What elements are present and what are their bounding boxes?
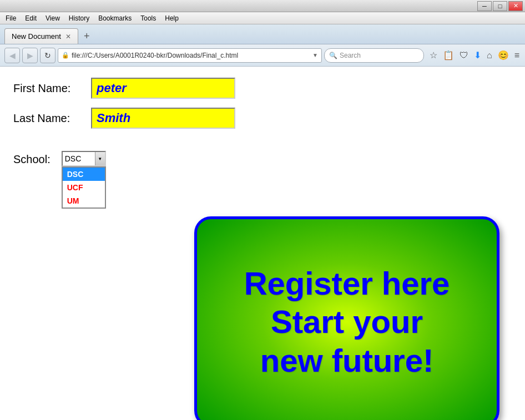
- menu-tools[interactable]: Tools: [137, 13, 159, 23]
- title-bar: ─ □ ✕: [0, 0, 525, 12]
- menu-bookmarks[interactable]: Bookmarks: [95, 13, 135, 23]
- last-name-label: Last Name:: [13, 112, 91, 125]
- first-name-input[interactable]: [91, 78, 235, 99]
- school-option-ucf[interactable]: UCF: [63, 181, 105, 194]
- menu-edit[interactable]: Edit: [22, 13, 40, 23]
- url-bar[interactable]: 🔒 file:///C:/Users/A0001R0240-bkr/Downlo…: [58, 48, 322, 63]
- school-select-wrapper: DSC ▼ DSC UCF UM: [62, 151, 106, 166]
- register-button[interactable]: Register here Start your new future!: [194, 216, 499, 420]
- back-button[interactable]: ◀: [4, 48, 20, 63]
- tab-label: New Document: [12, 32, 61, 41]
- url-text: file:///C:/Users/A0001R0240-bkr/Download…: [72, 52, 310, 59]
- new-tab-button[interactable]: +: [80, 28, 93, 44]
- first-name-field: First Name:: [13, 78, 512, 99]
- tab-new-document[interactable]: New Document ✕: [4, 28, 78, 44]
- forward-button[interactable]: ▶: [22, 48, 38, 63]
- toolbar-icons: ☆ 📋 🛡 ⬇ ⌂ 😊 ≡: [428, 49, 521, 62]
- tab-bar: New Document ✕ +: [0, 24, 525, 44]
- address-bar: ◀ ▶ ↻ 🔒 file:///C:/Users/A0001R0240-bkr/…: [0, 44, 525, 67]
- bookmark-icon[interactable]: 📋: [442, 49, 455, 62]
- school-dropdown-arrow-icon[interactable]: ▼: [95, 152, 105, 165]
- school-option-dsc[interactable]: DSC: [63, 168, 105, 181]
- download-icon[interactable]: ⬇: [473, 49, 482, 62]
- search-box[interactable]: 🔍 Search: [324, 48, 424, 63]
- url-dropdown-icon[interactable]: ▼: [312, 52, 318, 58]
- menu-help[interactable]: Help: [161, 13, 182, 23]
- reload-button[interactable]: ↻: [40, 48, 55, 63]
- school-dropdown: DSC UCF UM: [62, 166, 106, 209]
- smiley-icon[interactable]: 😊: [497, 49, 510, 62]
- register-line1: Register here: [244, 265, 450, 301]
- register-line3: new future!: [260, 342, 434, 378]
- menu-view[interactable]: View: [42, 13, 63, 23]
- home-icon[interactable]: ⌂: [486, 49, 493, 62]
- school-label: School:: [13, 153, 51, 166]
- search-icon: 🔍: [329, 52, 337, 59]
- shield-icon[interactable]: 🛡: [458, 49, 470, 62]
- school-option-um[interactable]: UM: [63, 194, 105, 208]
- menu-history[interactable]: History: [65, 13, 93, 23]
- school-row: School: DSC ▼ DSC UCF UM: [13, 151, 512, 166]
- register-text: Register here Start your new future!: [244, 264, 450, 380]
- lock-icon: 🔒: [62, 52, 69, 59]
- menu-bar: File Edit View History Bookmarks Tools H…: [0, 12, 525, 24]
- last-name-field: Last Name:: [13, 108, 512, 129]
- last-name-input[interactable]: [91, 108, 235, 129]
- school-select-display[interactable]: DSC ▼: [62, 151, 106, 166]
- menu-icon[interactable]: ≡: [513, 49, 521, 62]
- search-placeholder: Search: [340, 52, 361, 59]
- star-icon[interactable]: ☆: [428, 49, 438, 62]
- browser-window: ─ □ ✕ File Edit View History Bookmarks T…: [0, 0, 525, 420]
- page-content: First Name: Last Name: School: DSC ▼ DSC…: [0, 67, 525, 420]
- maximize-button[interactable]: □: [493, 1, 507, 11]
- register-line2: Start your: [271, 303, 423, 340]
- title-bar-buttons: ─ □ ✕: [477, 1, 523, 11]
- school-selected-value: DSC: [65, 154, 93, 163]
- close-button[interactable]: ✕: [508, 1, 523, 11]
- minimize-button[interactable]: ─: [477, 1, 492, 11]
- menu-file[interactable]: File: [2, 13, 19, 23]
- first-name-label: First Name:: [13, 82, 91, 95]
- tab-close-button[interactable]: ✕: [65, 33, 71, 41]
